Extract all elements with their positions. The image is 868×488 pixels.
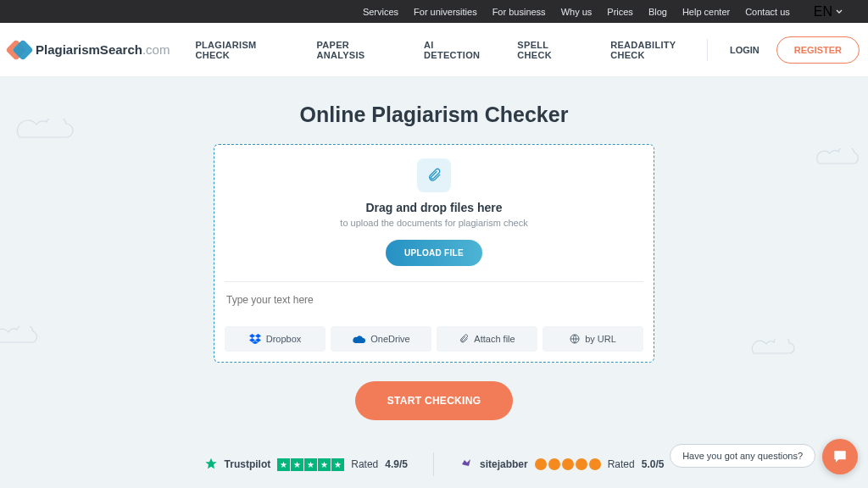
rated-label: Rated <box>608 458 635 470</box>
topnav-blog[interactable]: Blog <box>648 7 667 17</box>
main-nav: PLAGIARISM CHECK PAPER ANALYSIS AI DETEC… <box>195 40 707 60</box>
sitejabber-name: sitejabber <box>480 458 528 470</box>
topnav-services[interactable]: Services <box>363 7 398 17</box>
option-label: Attach file <box>474 334 515 344</box>
nav-readability-check[interactable]: READABILITY CHECK <box>610 40 707 60</box>
topnav-universities[interactable]: For universities <box>414 7 477 17</box>
trustpilot-stars: ★★★★★ <box>277 458 344 471</box>
logo-icon <box>8 39 31 61</box>
sitejabber-score: 5.0/5 <box>642 458 665 470</box>
nav-plagiarism-check[interactable]: PLAGIARISM CHECK <box>195 40 287 60</box>
language-selector[interactable]: EN <box>814 4 843 19</box>
auth-section: LOGIN REGISTER <box>707 36 860 64</box>
sitejabber-stars <box>535 458 601 470</box>
upload-dropzone[interactable]: Drag and drop files here to upload the d… <box>214 144 654 363</box>
login-button[interactable]: LOGIN <box>730 45 760 55</box>
divider <box>433 452 434 476</box>
dropbox-icon <box>249 334 261 344</box>
page-title: Online Plagiarism Checker <box>0 103 868 127</box>
paperclip-icon <box>459 334 469 344</box>
main-header: PlagiarismSearch.com PLAGIARISM CHECK PA… <box>0 23 868 77</box>
topnav-whyus[interactable]: Why us <box>561 7 593 17</box>
globe-icon <box>570 334 580 344</box>
chat-prompt[interactable]: Have you got any questions? <box>670 444 815 468</box>
upload-file-button[interactable]: UPLOAD FILE <box>386 240 482 266</box>
option-onedrive[interactable]: OneDrive <box>331 326 431 352</box>
chat-icon <box>832 448 849 465</box>
register-button[interactable]: REGISTER <box>776 36 860 64</box>
nav-ai-detection[interactable]: AI DETECTION <box>424 40 488 60</box>
trustpilot-review[interactable]: Trustpilot ★★★★★ Rated 4.9/5 <box>204 458 408 471</box>
logo-text: PlagiarismSearch.com <box>36 42 170 57</box>
chevron-down-icon <box>836 9 843 14</box>
option-label: by URL <box>585 334 616 344</box>
sitejabber-review[interactable]: sitejabber Rated 5.0/5 <box>459 458 664 471</box>
option-by-url[interactable]: by URL <box>542 326 643 352</box>
chat-button[interactable] <box>822 439 858 474</box>
text-input[interactable] <box>225 291 643 313</box>
trustpilot-star-icon <box>204 458 218 471</box>
top-nav: Services For universities For business W… <box>0 0 868 23</box>
trustpilot-name: Trustpilot <box>225 458 271 470</box>
option-dropbox[interactable]: Dropbox <box>225 326 326 352</box>
logo[interactable]: PlagiarismSearch.com <box>8 39 170 61</box>
option-attach-file[interactable]: Attach file <box>437 326 537 352</box>
topnav-help[interactable]: Help center <box>682 7 730 17</box>
dnd-title: Drag and drop files here <box>225 201 643 214</box>
nav-spell-check[interactable]: SPELL CHECK <box>517 40 581 60</box>
hero-section: Online Plagiarism Checker Drag and drop … <box>0 77 868 420</box>
topnav-contact[interactable]: Contact us <box>745 7 790 17</box>
nav-paper-analysis[interactable]: PAPER ANALYSIS <box>316 40 395 60</box>
sitejabber-icon <box>459 458 473 471</box>
topnav-prices[interactable]: Prices <box>607 7 633 17</box>
topnav-business[interactable]: For business <box>492 7 546 17</box>
divider <box>707 39 708 61</box>
dnd-subtitle: to upload the documents for plagiarism c… <box>225 218 643 228</box>
language-label: EN <box>814 4 832 19</box>
trustpilot-score: 4.9/5 <box>385 458 408 470</box>
option-label: OneDrive <box>370 334 409 344</box>
paperclip-icon <box>417 158 451 192</box>
start-checking-button[interactable]: START CHECKING <box>355 381 514 420</box>
option-label: Dropbox <box>266 334 302 344</box>
rated-label: Rated <box>351 458 378 470</box>
onedrive-icon <box>352 335 365 343</box>
upload-options: Dropbox OneDrive Attach file by URL <box>225 326 643 352</box>
divider <box>225 281 643 282</box>
